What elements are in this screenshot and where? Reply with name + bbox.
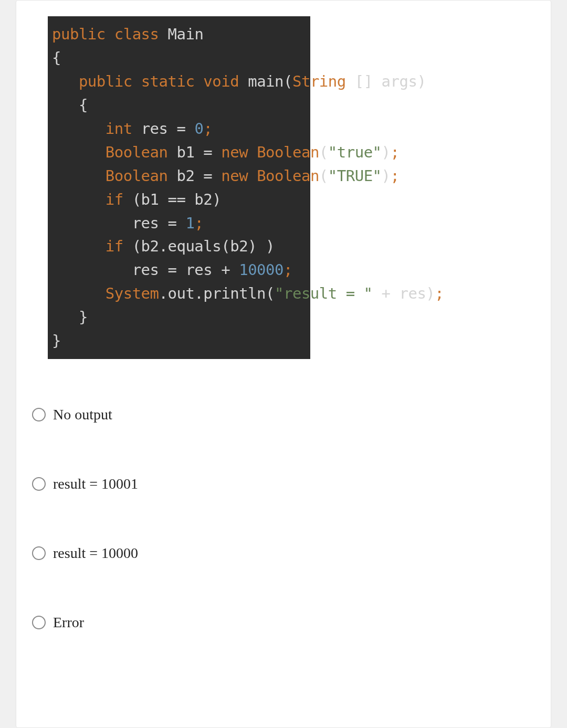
option-error[interactable]: Error: [32, 614, 535, 631]
option-label: Error: [53, 614, 84, 631]
radio-icon: [32, 408, 46, 421]
radio-icon: [32, 477, 46, 491]
option-no-output[interactable]: No output: [32, 406, 535, 423]
question-card: public class Main { public static void m…: [16, 0, 551, 728]
answer-options: No output result = 10001 result = 10000 …: [32, 406, 535, 631]
radio-icon: [32, 546, 46, 560]
option-10000[interactable]: result = 10000: [32, 545, 535, 562]
option-label: result = 10001: [53, 476, 138, 492]
radio-icon: [32, 616, 46, 629]
option-label: No output: [53, 406, 112, 423]
option-10001[interactable]: result = 10001: [32, 476, 535, 492]
code-snippet: public class Main { public static void m…: [48, 16, 310, 359]
option-label: result = 10000: [53, 545, 138, 562]
